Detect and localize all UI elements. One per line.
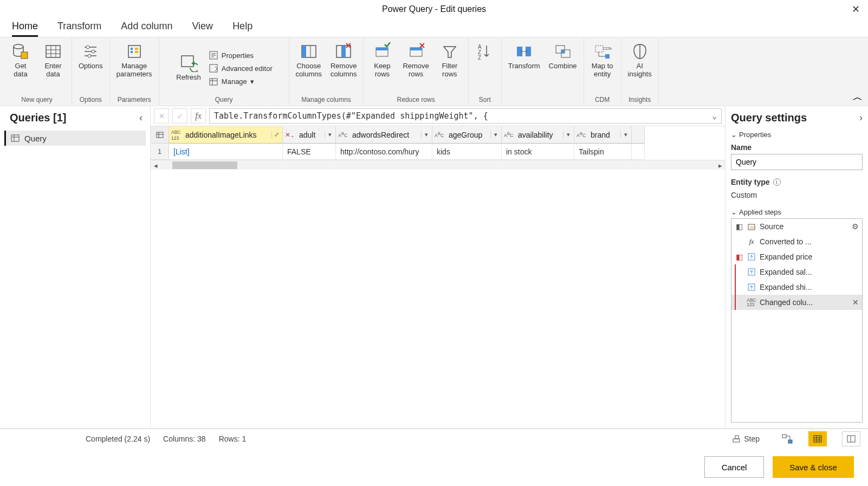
applied-step[interactable]: Expanded shi... — [731, 280, 862, 295]
db-gutter-icon: ◧ — [735, 222, 743, 231]
svg-point-12 — [88, 54, 91, 57]
cancel-button[interactable]: Cancel — [704, 456, 764, 478]
applied-step[interactable]: ◧Expanded price — [731, 249, 862, 264]
filter-dropdown-icon[interactable]: ▾ — [421, 131, 431, 138]
column-type-icon[interactable]: ABC — [575, 131, 588, 138]
scroll-thumb[interactable] — [172, 161, 237, 169]
tab-add-column[interactable]: Add column — [121, 21, 172, 37]
column-header[interactable]: ABCageGroup▾ — [432, 126, 502, 144]
data-grid[interactable]: ABC123additionalImageLinks⤢✕⌄adult▾ABCad… — [151, 126, 725, 160]
group-transform: Transform Combine — [502, 37, 584, 106]
step-settings-icon[interactable]: ⚙ — [852, 222, 859, 231]
query-name-input[interactable] — [731, 154, 863, 170]
advanced-editor-button[interactable]: Advanced editor — [206, 62, 275, 74]
tab-help[interactable]: Help — [232, 21, 252, 37]
transform-button[interactable]: Transform — [505, 40, 543, 73]
horizontal-scrollbar[interactable]: ◂ ▸ — [151, 160, 725, 170]
remove-rows-button[interactable]: Remove rows — [399, 40, 432, 81]
filter-rows-button[interactable]: Filter rows — [435, 40, 465, 81]
select-all-button[interactable] — [151, 126, 169, 144]
options-button[interactable]: Options — [75, 40, 106, 73]
formula-input[interactable]: Table.TransformColumnTypes(#"Expanded sh… — [209, 108, 722, 124]
fx-button[interactable]: fx — [191, 108, 206, 124]
sort-button[interactable]: AZZ — [472, 40, 498, 63]
applied-steps-list: ◧JSONSource⚙fxConverted to ...◧Expanded … — [731, 218, 863, 423]
applied-step[interactable]: fxConverted to ... — [731, 234, 862, 249]
scroll-right-icon[interactable]: ▸ — [715, 160, 725, 170]
table-cell[interactable]: Tailspin — [574, 144, 632, 160]
schema-view-button[interactable] — [842, 431, 860, 446]
properties-button[interactable]: Properties — [206, 49, 275, 61]
table-cell[interactable] — [632, 144, 645, 160]
refresh-button[interactable]: Refresh — [173, 51, 204, 84]
keep-rows-icon — [372, 42, 392, 61]
applied-steps-section[interactable]: ⌄ Applied steps — [731, 208, 863, 216]
chevron-down-icon: ⌄ — [731, 208, 737, 216]
formula-commit-button[interactable]: ✓ — [172, 108, 187, 124]
column-header[interactable]: ✕⌄adult▾ — [283, 126, 336, 144]
save-close-button[interactable]: Save & close — [773, 456, 854, 478]
table-cell[interactable]: in stock — [502, 144, 574, 160]
svg-rect-44 — [517, 47, 522, 56]
ribbon-collapse-button[interactable]: ︿ — [853, 90, 863, 103]
applied-step[interactable]: ABC123Changed colu...✕ — [731, 295, 862, 310]
combine-button[interactable]: Combine — [546, 40, 580, 73]
column-type-icon[interactable]: ABC — [433, 131, 446, 138]
column-header[interactable]: ABCavailability▾ — [502, 126, 574, 144]
svg-rect-2 — [46, 46, 60, 57]
tab-view[interactable]: View — [192, 21, 213, 37]
svg-marker-19 — [191, 61, 195, 66]
column-header[interactable]: ABCadwordsRedirect▾ — [336, 126, 432, 144]
expand-settings-icon[interactable]: › — [859, 112, 863, 124]
table-cell[interactable]: FALSE — [283, 144, 336, 160]
table-icon — [10, 133, 20, 143]
tab-home[interactable]: Home — [12, 21, 38, 37]
enter-data-button[interactable]: Enter data — [38, 40, 68, 81]
properties-section[interactable]: ⌄ Properties — [731, 131, 863, 139]
group-label-query: Query — [163, 95, 286, 105]
keep-rows-button[interactable]: Keep rows — [367, 40, 397, 81]
remove-columns-button[interactable]: Remove columns — [327, 40, 360, 81]
scroll-left-icon[interactable]: ◂ — [151, 160, 160, 170]
applied-step[interactable]: Expanded sal... — [731, 264, 862, 280]
filter-dropdown-icon[interactable]: ▾ — [620, 131, 630, 138]
grid-view-button[interactable] — [808, 431, 827, 446]
svg-rect-55 — [157, 132, 163, 138]
filter-dropdown-icon[interactable]: ▾ — [325, 131, 334, 138]
close-button[interactable]: ✕ — [847, 2, 864, 16]
applied-step[interactable]: ◧JSONSource⚙ — [731, 219, 862, 234]
table-cell[interactable]: [List] — [169, 144, 283, 160]
get-data-button[interactable]: Get data — [5, 40, 36, 81]
column-header[interactable] — [632, 126, 645, 144]
table-row[interactable]: 1[List]FALSEhttp://contoso.com/hurykidsi… — [151, 144, 725, 160]
query-item[interactable]: Query — [4, 131, 146, 146]
column-type-icon[interactable]: ✕⌄ — [284, 131, 297, 139]
column-name: adult — [297, 131, 325, 139]
collapse-queries-icon[interactable]: ‹ — [139, 112, 142, 124]
choose-columns-button[interactable]: Choose columns — [293, 40, 325, 81]
step-button[interactable]: Step — [732, 435, 760, 443]
column-type-icon[interactable]: ABC — [337, 131, 350, 138]
column-header[interactable]: ABC123additionalImageLinks⤢ — [169, 126, 283, 144]
formula-expand-icon[interactable]: ⌄ — [712, 111, 717, 121]
filter-dropdown-icon[interactable]: ▾ — [490, 131, 500, 138]
tab-transform[interactable]: Transform — [57, 21, 101, 37]
filter-dropdown-icon[interactable]: ▾ — [563, 131, 573, 138]
formula-cancel-button[interactable]: ✕ — [154, 108, 169, 124]
info-icon[interactable]: i — [773, 178, 781, 186]
map-to-entity-button[interactable]: CDM Map to entity — [587, 40, 618, 81]
column-header[interactable]: ABCbrand▾ — [574, 126, 632, 144]
delete-step-icon[interactable]: ✕ — [852, 298, 859, 307]
manage-parameters-button[interactable]: Manage parameters — [113, 40, 156, 81]
expand-column-icon[interactable]: ⤢ — [271, 131, 281, 138]
table-cell[interactable]: kids — [432, 144, 502, 160]
row-number[interactable]: 1 — [151, 144, 169, 160]
diagram-view-button[interactable] — [781, 433, 793, 444]
manage-button[interactable]: Manage ▾ — [206, 75, 275, 87]
group-new-query: Get data Enter data New query — [2, 37, 72, 106]
table-cell[interactable]: http://contoso.com/hury — [336, 144, 432, 160]
column-type-icon[interactable]: ABC — [503, 131, 516, 138]
ai-insights-button[interactable]: AI insights — [625, 40, 655, 81]
status-rows: Rows: 1 — [219, 435, 247, 443]
column-type-icon[interactable]: ABC123 — [170, 129, 183, 141]
